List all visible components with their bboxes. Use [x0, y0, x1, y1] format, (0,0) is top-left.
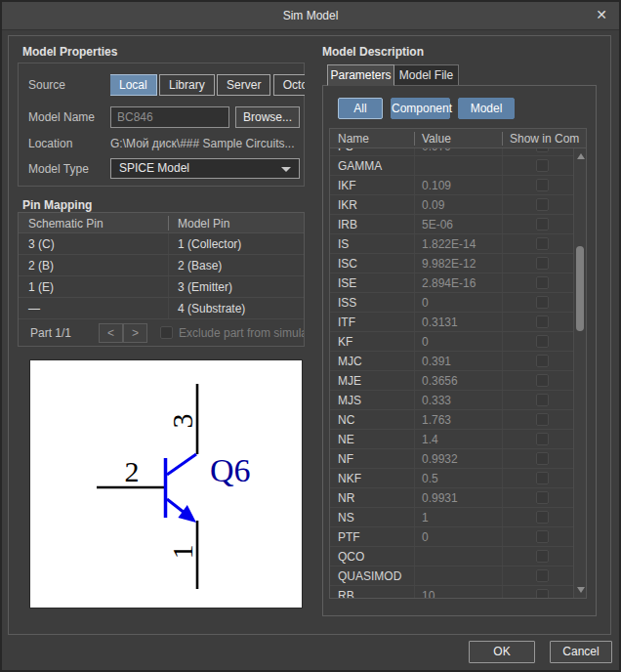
filter-button-all[interactable]: All [338, 98, 383, 119]
parameter-row[interactable]: QCO [330, 547, 573, 567]
column-divider [414, 586, 415, 598]
show-in-component-checkbox[interactable] [536, 491, 549, 504]
ok-button[interactable]: OK [469, 641, 535, 663]
model-name-input[interactable] [110, 106, 229, 128]
exclude-part-checkbox[interactable] [160, 326, 173, 339]
model-type-dropdown[interactable]: SPICE Model [110, 158, 300, 179]
parameter-row[interactable]: ISC 9.982E-12 [330, 254, 573, 273]
scrollbar-thumb[interactable] [576, 246, 584, 331]
parameter-value-cell: 1.4 [422, 433, 438, 446]
show-in-component-checkbox[interactable] [536, 374, 549, 387]
name-column-header[interactable]: Name [338, 132, 369, 146]
parameter-row[interactable]: NR 0.9931 [330, 488, 573, 508]
parameter-row[interactable]: MJE 0.3656 [330, 371, 573, 391]
tab-parameters[interactable]: Parameters [327, 64, 394, 86]
filter-button-component[interactable]: Component [391, 98, 450, 119]
value-column-header[interactable]: Value [422, 132, 451, 146]
pin-mapping-table: Schematic Pin Model Pin 3 (C) 1 (Collect… [18, 212, 305, 347]
column-divider [414, 410, 415, 429]
vertical-scrollbar[interactable] [573, 148, 586, 598]
show-in-component-checkbox[interactable] [536, 472, 549, 484]
source-option-button[interactable]: Local [110, 74, 157, 96]
show-in-component-checkbox[interactable] [536, 530, 549, 543]
column-divider [502, 469, 503, 487]
title-bar: Sim Model ✕ [2, 2, 619, 30]
show-in-component-checkbox[interactable] [536, 394, 549, 406]
parameter-row[interactable]: NF 0.9932 [330, 449, 573, 469]
show-in-component-checkbox[interactable] [536, 237, 549, 250]
show-in-component-checkbox[interactable] [536, 296, 549, 309]
pin-mapping-row[interactable]: — 4 (Substrate) [19, 298, 304, 319]
part-indicator: Part 1/1 [30, 326, 71, 340]
parameter-row[interactable]: IS 1.822E-14 [330, 234, 573, 254]
parameter-value-cell: 1.822E-14 [422, 237, 476, 251]
parameter-row[interactable]: IKR 0.09 [330, 195, 573, 215]
schematic-pin-column-header[interactable]: Schematic Pin [28, 217, 104, 231]
parameter-row[interactable]: ITF 0.3131 [330, 313, 573, 332]
show-in-component-checkbox[interactable] [536, 198, 549, 211]
pin-mapping-row[interactable]: 2 (B) 2 (Base) [19, 255, 304, 276]
pin-mapping-row[interactable]: 3 (C) 1 (Collector) [19, 233, 304, 255]
parameter-value-cell: 0.3131 [422, 315, 458, 329]
parameter-row[interactable]: NS 1 [330, 508, 573, 527]
parameter-row[interactable]: MJC 0.391 [330, 352, 573, 371]
parameter-row[interactable]: ISS 0 [330, 293, 573, 313]
show-in-component-checkbox[interactable] [536, 569, 549, 582]
scroll-up-icon[interactable] [577, 153, 585, 159]
source-option-button[interactable]: Octopart [273, 74, 305, 96]
show-in-component-checkbox[interactable] [536, 511, 549, 524]
parameter-row[interactable]: GAMMA [330, 156, 573, 176]
filter-button-model[interactable]: Model [458, 98, 515, 119]
show-in-component-checkbox[interactable] [536, 413, 549, 426]
source-option-button[interactable]: Library [159, 74, 215, 96]
column-divider [502, 508, 503, 526]
parameter-name-cell: IKF [338, 179, 356, 192]
parameter-row[interactable]: FC 0.979 [330, 148, 573, 156]
model-name-label: Model Name [28, 110, 95, 124]
parameter-row[interactable]: IRB 5E-06 [330, 215, 573, 234]
parameter-row[interactable]: IKF 0.109 [330, 176, 573, 195]
show-in-component-checkbox[interactable] [536, 315, 549, 328]
parameter-row[interactable]: RB 10 [330, 586, 573, 598]
cancel-button[interactable]: Cancel [550, 641, 612, 663]
tab-model-file[interactable]: Model File [393, 64, 459, 86]
parameter-name-cell: QCO [338, 550, 364, 564]
show-in-component-checkbox[interactable] [536, 257, 549, 270]
show-in-component-checkbox[interactable] [536, 589, 549, 598]
parameter-row[interactable]: NKF 0.5 [330, 469, 573, 488]
show-in-component-checkbox[interactable] [536, 355, 549, 367]
pin-mapping-row[interactable]: 1 (E) 3 (Emitter) [19, 276, 304, 298]
show-in-component-checkbox[interactable] [536, 452, 549, 465]
show-in-component-checkbox[interactable] [536, 179, 549, 191]
show-in-component-checkbox[interactable] [536, 335, 549, 348]
close-icon[interactable]: ✕ [596, 7, 607, 22]
show-in-component-checkbox[interactable] [536, 276, 549, 289]
parameter-value-cell: 0.391 [422, 355, 451, 368]
show-in-component-checkbox[interactable] [536, 433, 549, 445]
parameter-name-cell: NR [338, 491, 354, 505]
parameter-row[interactable]: QUASIMOD [330, 567, 573, 586]
parameter-row[interactable]: ISE 2.894E-16 [330, 273, 573, 293]
browse-button[interactable]: Browse... [235, 106, 300, 128]
source-option-button[interactable]: Server [217, 74, 270, 96]
next-part-button[interactable]: > [123, 323, 147, 343]
column-divider [502, 332, 503, 351]
content-panel: Model Properties Source Local Library Se… [8, 35, 611, 635]
parameter-value-cell: 0 [422, 530, 429, 544]
scroll-down-icon[interactable] [577, 587, 585, 593]
show-in-component-checkbox[interactable] [536, 550, 549, 563]
parameter-row[interactable]: MJS 0.333 [330, 391, 573, 410]
show-in-component-checkbox[interactable] [536, 148, 549, 152]
part-navigation-bar: Part 1/1 < > Exclude part from simulat [19, 319, 304, 347]
model-pin-column-header[interactable]: Model Pin [178, 217, 229, 231]
parameter-row[interactable]: KF 0 [330, 332, 573, 352]
show-in-component-checkbox[interactable] [536, 159, 549, 172]
show-in-component-checkbox[interactable] [536, 218, 549, 231]
parameter-row[interactable]: NE 1.4 [330, 430, 573, 449]
parameter-row[interactable]: NC 1.763 [330, 410, 573, 430]
column-divider [414, 371, 415, 390]
parameter-name-cell: KF [338, 335, 352, 349]
parameter-row[interactable]: PTF 0 [330, 527, 573, 547]
show-in-component-column-header[interactable]: Show in Com [510, 132, 579, 146]
previous-part-button[interactable]: < [99, 323, 123, 343]
